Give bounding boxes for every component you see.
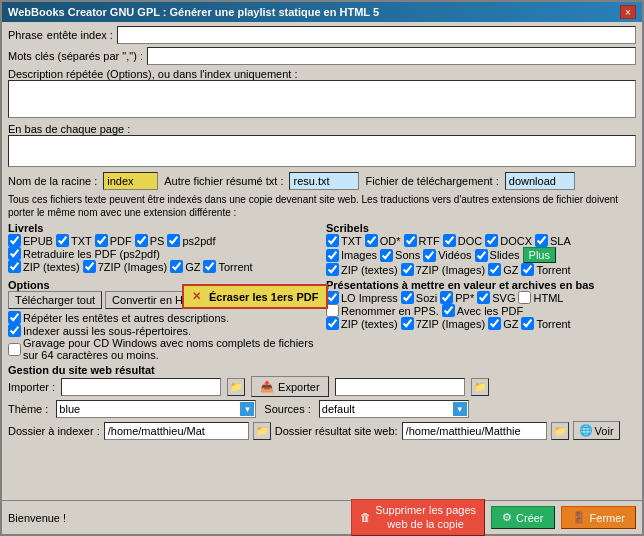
supprimer-button[interactable]: 🗑 Supprimer les pagesweb de la copie: [351, 499, 485, 535]
pres-row2: Renommer en PPS. Avec les PDF: [326, 304, 636, 317]
dossier-indexer-label: Dossier à indexer :: [8, 425, 100, 437]
scrib-torrent-check[interactable]: [521, 263, 534, 276]
scrib-zip-check[interactable]: [326, 263, 339, 276]
pp-check[interactable]: [440, 291, 453, 304]
options-row4: Gravage pour CD Windows avec noms comple…: [8, 337, 318, 361]
repeter-check[interactable]: [8, 311, 21, 324]
indexer-check[interactable]: [8, 324, 21, 337]
phrase-input[interactable]: [117, 26, 636, 44]
dossiers-row: Dossier à indexer : 📁 Dossier résultat s…: [8, 421, 636, 440]
svg-check[interactable]: [477, 291, 490, 304]
livrels-label: Livrels: [8, 222, 318, 234]
plus-button[interactable]: Plus: [523, 247, 556, 263]
scrib-torrent-label: Torrent: [536, 264, 570, 276]
epub-check[interactable]: [8, 234, 21, 247]
description-label: Description répétée (Options), ou dans l…: [8, 68, 298, 80]
supprimer-label: Supprimer les pagesweb de la copie: [375, 504, 476, 530]
close-button[interactable]: ×: [620, 5, 636, 19]
dossier-resultat-input[interactable]: [402, 422, 547, 440]
fermer-button[interactable]: 🚪 Fermer: [561, 506, 636, 529]
scrib-od-label: OD*: [380, 235, 401, 247]
mots-cles-input[interactable]: [147, 47, 636, 65]
gz-check[interactable]: [170, 260, 183, 273]
slides-check[interactable]: [475, 249, 488, 262]
livrels-scribels-section: Livrels EPUB TXT PDF PS ps2pdf Retraduir…: [8, 222, 636, 276]
pres-zip-check[interactable]: [326, 317, 339, 330]
nom-racine-label: Nom de la racine :: [8, 175, 97, 187]
importer-browse-button[interactable]: 📁: [227, 378, 245, 396]
telecharger-tout-button[interactable]: Télécharger tout: [8, 291, 102, 309]
nom-racine-input[interactable]: [103, 172, 158, 190]
scrib-docx-label: DOCX: [500, 235, 532, 247]
videos-check[interactable]: [423, 249, 436, 262]
dossier-resultat-label: Dossier résultat site web:: [275, 425, 398, 437]
scrib-rtf-label: RTF: [419, 235, 440, 247]
voir-button[interactable]: 🌐 Voir: [573, 421, 620, 440]
dossier-resultat-browse-button[interactable]: 📁: [551, 422, 569, 440]
pres-zip7-label: 7ZIP (Images): [416, 318, 486, 330]
avec-pdf-check[interactable]: [442, 304, 455, 317]
options-row2: Répéter les entêtes et autres descriptio…: [8, 311, 318, 324]
gestion-row: Importer : 📁 📤 Exporter 📁: [8, 376, 636, 397]
sources-select[interactable]: default: [319, 400, 469, 418]
phrase-label2: entête index :: [47, 29, 113, 41]
sons-label: Sons: [395, 249, 420, 261]
fichier-telechargement-label: Fichier de téléchargement :: [365, 175, 498, 187]
ps-check[interactable]: [135, 234, 148, 247]
epub-label: EPUB: [23, 235, 53, 247]
pres-torrent-check[interactable]: [521, 317, 534, 330]
status-text: Bienvenue !: [8, 512, 351, 524]
pdf-check[interactable]: [95, 234, 108, 247]
html-label: HTML: [533, 292, 563, 304]
livrels-row2: Retraduire les PDF (ps2pdf): [8, 247, 318, 260]
description-textarea[interactable]: [8, 80, 636, 118]
sons-check[interactable]: [380, 249, 393, 262]
sozi-check[interactable]: [401, 291, 414, 304]
html-check[interactable]: [518, 291, 531, 304]
retraduire-label: Retraduire les PDF (ps2pdf): [23, 248, 160, 260]
theme-combo[interactable]: blue red green ▼: [56, 400, 256, 418]
autre-fichier-input[interactable]: [289, 172, 359, 190]
scrib-od-check[interactable]: [365, 234, 378, 247]
creer-button[interactable]: ⚙ Créer: [491, 506, 555, 529]
scrib-doc-check[interactable]: [443, 234, 456, 247]
exporter-browse-button[interactable]: 📁: [471, 378, 489, 396]
scrib-sla-check[interactable]: [535, 234, 548, 247]
scribels-row1: TXT OD* RTF DOC DOCX SLA: [326, 234, 636, 247]
importer-input[interactable]: [61, 378, 221, 396]
theme-select[interactable]: blue red green: [56, 400, 256, 418]
exporter-input[interactable]: [335, 378, 465, 396]
fichiers-row: Nom de la racine : Autre fichier résumé …: [8, 172, 636, 190]
torrent-check[interactable]: [203, 260, 216, 273]
retraduire-check[interactable]: [8, 247, 21, 260]
avec-pdf-label: Avec les PDF: [457, 305, 523, 317]
importer-label: Importer :: [8, 381, 55, 393]
description-section: Description répétée (Options), ou dans l…: [8, 68, 636, 120]
scrib-gz-check[interactable]: [488, 263, 501, 276]
scribels-label: Scribels: [326, 222, 636, 234]
fichier-telechargement-input[interactable]: [505, 172, 575, 190]
bas-page-textarea[interactable]: [8, 135, 636, 167]
exporter-button[interactable]: 📤 Exporter: [251, 376, 329, 397]
sources-combo[interactable]: default ▼: [319, 400, 469, 418]
pres-gz-check[interactable]: [488, 317, 501, 330]
mots-cles-label: Mots clés (séparés par ",") :: [8, 50, 143, 62]
scribels-col: Scribels TXT OD* RTF DOC DOCX SLA Images…: [326, 222, 636, 276]
presentations-col: Présentations à mettre en valeur et arch…: [326, 279, 636, 361]
txt-check[interactable]: [56, 234, 69, 247]
gravage-check[interactable]: [8, 343, 21, 356]
images-check[interactable]: [326, 249, 339, 262]
overlay-close-icon[interactable]: ✕: [192, 290, 201, 303]
scrib-zip7-check[interactable]: [401, 263, 414, 276]
scrib-rtf-check[interactable]: [404, 234, 417, 247]
scrib-txt-check[interactable]: [326, 234, 339, 247]
dossier-indexer-input[interactable]: [104, 422, 249, 440]
dossier-indexer-browse-button[interactable]: 📁: [253, 422, 271, 440]
txt-label: TXT: [71, 235, 92, 247]
scrib-doc-label: DOC: [458, 235, 482, 247]
scrib-docx-check[interactable]: [485, 234, 498, 247]
zip-textes-check[interactable]: [8, 260, 21, 273]
zip7-images-check[interactable]: [83, 260, 96, 273]
pres-zip7-check[interactable]: [401, 317, 414, 330]
ps2pdf-check[interactable]: [167, 234, 180, 247]
